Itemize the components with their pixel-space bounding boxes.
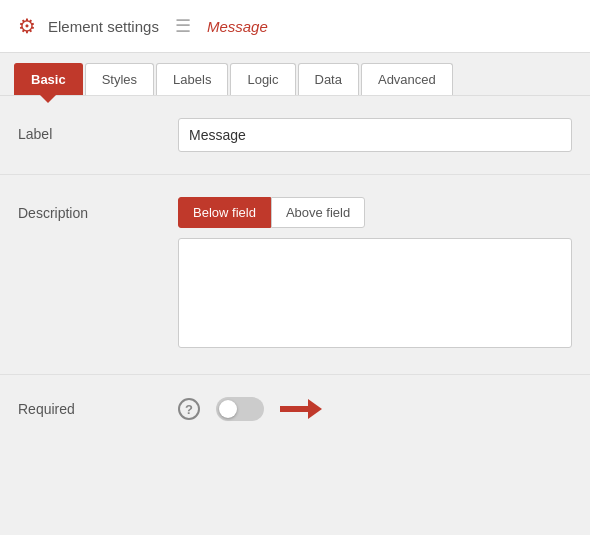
position-toggle-group: Below field Above field <box>178 197 572 228</box>
below-field-button[interactable]: Below field <box>178 197 271 228</box>
required-field-label: Required <box>18 401 178 417</box>
description-field-control: Below field Above field <box>178 197 572 352</box>
tab-styles[interactable]: Styles <box>85 63 154 95</box>
required-controls: ? <box>178 397 322 421</box>
required-row: Required ? <box>0 375 590 443</box>
required-toggle[interactable] <box>216 397 264 421</box>
tabs-bar: Basic Styles Labels Logic Data Advanced <box>0 53 590 96</box>
main-content: Label Description Below field Above fiel… <box>0 96 590 443</box>
description-field-label: Description <box>18 197 178 221</box>
arrow-indicator <box>280 399 322 419</box>
label-field-control <box>178 118 572 152</box>
description-textarea[interactable] <box>178 238 572 348</box>
tab-advanced[interactable]: Advanced <box>361 63 453 95</box>
above-field-button[interactable]: Above field <box>271 197 365 228</box>
element-name: Message <box>207 18 268 35</box>
header: ⚙ Element settings ☰ Message <box>0 0 590 53</box>
label-field-label: Label <box>18 118 178 142</box>
label-row: Label <box>0 96 590 175</box>
toggle-thumb <box>219 400 237 418</box>
arrow-body <box>280 406 308 412</box>
menu-icon: ☰ <box>175 15 191 37</box>
label-input[interactable] <box>178 118 572 152</box>
tab-labels[interactable]: Labels <box>156 63 228 95</box>
tab-basic[interactable]: Basic <box>14 63 83 95</box>
header-title: Element settings <box>48 18 159 35</box>
gear-icon: ⚙ <box>18 14 36 38</box>
description-row: Description Below field Above field <box>0 175 590 375</box>
arrow-head <box>308 399 322 419</box>
tab-logic[interactable]: Logic <box>230 63 295 95</box>
help-icon[interactable]: ? <box>178 398 200 420</box>
tab-data[interactable]: Data <box>298 63 359 95</box>
